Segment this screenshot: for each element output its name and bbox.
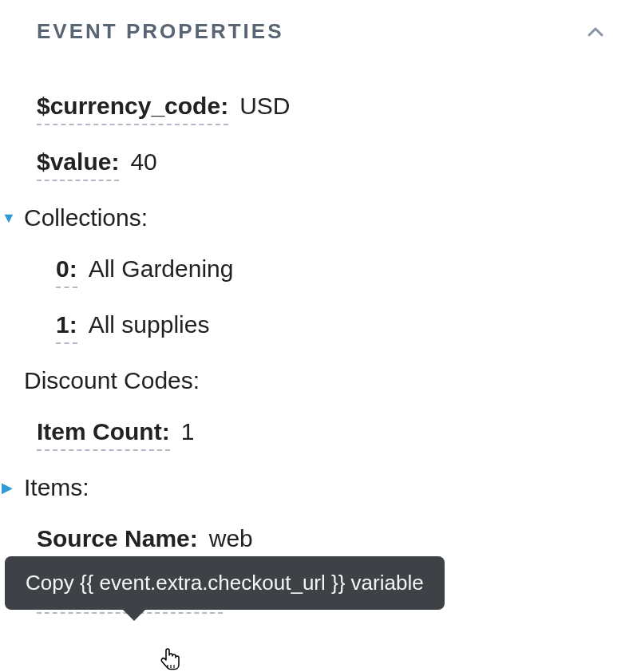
prop-currency-code[interactable]: $currency_code: USD (0, 92, 605, 125)
prop-discount-codes[interactable]: Discount Codes: (0, 366, 605, 395)
caret-right-icon[interactable]: ▶ (2, 480, 13, 495)
collections-item-0[interactable]: 0: All Gardening (0, 255, 605, 288)
collections-item-1[interactable]: 1: All supplies (0, 310, 605, 344)
event-properties-panel: EVENT PROPERTIES $currency_code: USD $va… (0, 0, 637, 672)
prop-collections[interactable]: ▼ Collections: (0, 204, 605, 232)
properties-list: $currency_code: USD $value: 40 ▼ Collect… (0, 92, 605, 672)
caret-down-icon[interactable]: ▼ (2, 211, 16, 225)
prop-key: Item Count: (37, 417, 170, 451)
prop-key: Items: (24, 473, 89, 502)
prop-item-count[interactable]: Item Count: 1 (0, 417, 605, 451)
prop-key: 0: (56, 255, 77, 288)
prop-value: 1 (181, 417, 195, 446)
prop-key: 1: (56, 310, 77, 344)
prop-key: Discount Codes: (24, 366, 200, 395)
prop-value: 0.00 (234, 580, 280, 609)
prop-source-name[interactable]: Source Name: web (0, 524, 605, 558)
prop-key: Total Discounts: (37, 580, 223, 614)
prop-key: Collections: (24, 204, 148, 232)
chevron-up-icon[interactable] (586, 22, 605, 42)
prop-value: web (209, 524, 253, 553)
prop-key: Source Name: (37, 524, 198, 558)
prop-value: USD (239, 92, 290, 121)
prop-value: All Gardening (89, 255, 234, 283)
prop-value[interactable]: $value: 40 (0, 148, 605, 181)
prop-items[interactable]: ▶ Items: (0, 473, 605, 502)
prop-value: 40 (130, 148, 156, 176)
panel-header[interactable]: EVENT PROPERTIES (0, 19, 605, 44)
prop-value: All supplies (89, 310, 210, 339)
prop-total-discounts[interactable]: Total Discounts: 0.00 (0, 580, 605, 614)
prop-key: $currency_code: (37, 92, 228, 125)
panel-title: EVENT PROPERTIES (37, 19, 284, 44)
prop-key: $value: (37, 148, 119, 181)
